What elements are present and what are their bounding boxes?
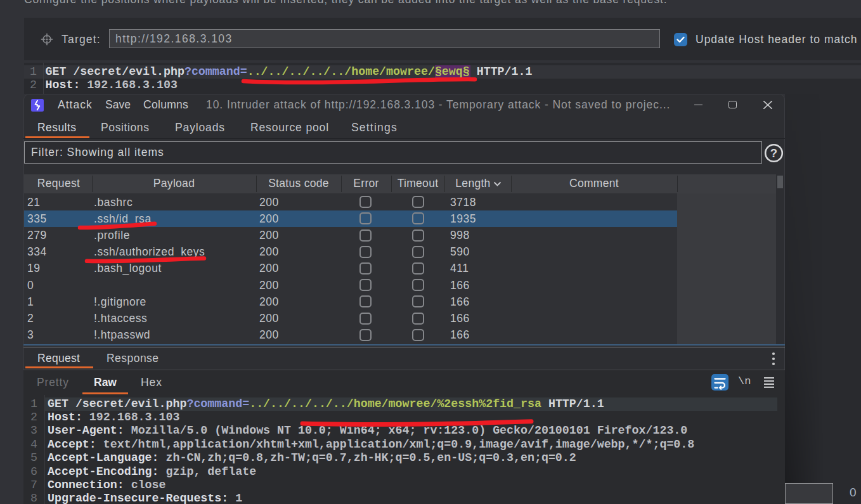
svg-text:?: ?	[770, 146, 777, 160]
